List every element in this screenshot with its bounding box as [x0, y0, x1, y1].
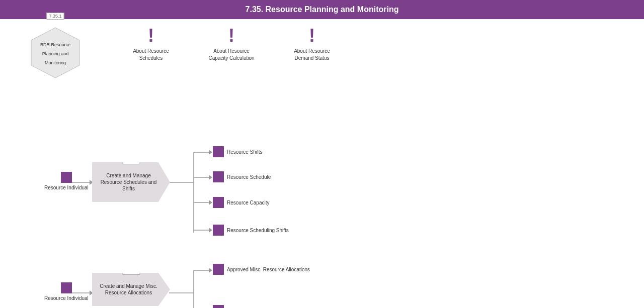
- page-title: 7.35. Resource Planning and Monitoring: [0, 0, 644, 19]
- section1-process: 7.35.2 Create and Manage Resource Schedu…: [92, 162, 170, 202]
- approved-misc-label: Approved Misc. Resource Allocations: [227, 266, 310, 273]
- output-approved-misc: Approved Misc. Resource Allocations: [213, 264, 310, 275]
- output-resource-scheduling-shifts: Resource Scheduling Shifts: [213, 225, 289, 236]
- resource-scheduling-shifts-square: [213, 225, 224, 236]
- svg-marker-17: [209, 268, 212, 273]
- approved-misc-square: [213, 264, 224, 275]
- svg-marker-5: [209, 150, 212, 155]
- exclamation-icon-demand: !: [309, 27, 315, 45]
- svg-marker-11: [209, 228, 212, 233]
- section1-process-id: 7.35.2: [122, 157, 140, 164]
- section2-process-id: 7.35.3: [122, 268, 140, 275]
- svg-marker-9: [209, 200, 212, 205]
- info-icon-demand: ! About Resource Demand Status: [287, 27, 337, 62]
- info-icon-schedules: ! About Resource Schedules: [126, 27, 176, 62]
- section2-input: Resource Individual: [44, 282, 89, 301]
- resource-capacity-label: Resource Capacity: [227, 199, 269, 206]
- resource-schedule-square: [213, 171, 224, 182]
- page-wrapper: 7.35. Resource Planning and Monitoring: [0, 0, 644, 305]
- section2-input-square: [61, 282, 72, 293]
- section2-process: 7.35.3 Create and Manage Misc. Resource …: [92, 273, 170, 306]
- bdr-node: 7.35.1 BDR Resource Planning and Monitor…: [30, 27, 80, 79]
- info-icons-row: ! About Resource Schedules ! About Resou…: [126, 27, 337, 62]
- section1-input: Resource Individual: [44, 172, 89, 191]
- info-label-capacity: About Resource Capacity Calculation: [206, 48, 257, 62]
- resource-shifts-label: Resource Shifts: [227, 149, 263, 155]
- output-resource-schedule: Resource Schedule: [213, 171, 271, 182]
- info-label-schedules: About Resource Schedules: [126, 48, 176, 62]
- output-canceled-misc: Canceled Misc. Resource Allocations: [213, 305, 310, 308]
- section2-input-label: Resource Individual: [44, 295, 89, 301]
- output-resource-shifts: Resource Shifts: [213, 146, 263, 157]
- resource-scheduling-shifts-label: Resource Scheduling Shifts: [227, 227, 289, 234]
- exclamation-icon-capacity: !: [228, 27, 234, 45]
- section1-input-label: Resource Individual: [44, 184, 89, 191]
- output-resource-capacity: Resource Capacity: [213, 197, 269, 208]
- main-content: 7.35.1 BDR Resource Planning and Monitor…: [0, 19, 644, 305]
- canceled-misc-square: [213, 305, 224, 308]
- exclamation-icon-schedules: !: [148, 27, 154, 45]
- svg-marker-7: [209, 175, 212, 180]
- section1-input-square: [61, 172, 72, 183]
- bdr-id-label: 7.35.1: [46, 13, 64, 20]
- resource-schedule-label: Resource Schedule: [227, 174, 271, 180]
- info-icon-capacity: ! About Resource Capacity Calculation: [206, 27, 257, 62]
- info-label-demand: About Resource Demand Status: [287, 48, 337, 62]
- bdr-node-text: BDR Resource Planning and Monitoring: [40, 42, 70, 65]
- section2-process-text: Create and Manage Misc. Resource Allocat…: [100, 283, 157, 296]
- resource-shifts-square: [213, 146, 224, 157]
- section1-process-text: Create and Manage Resource Schedules and…: [100, 172, 157, 192]
- resource-capacity-square: [213, 197, 224, 208]
